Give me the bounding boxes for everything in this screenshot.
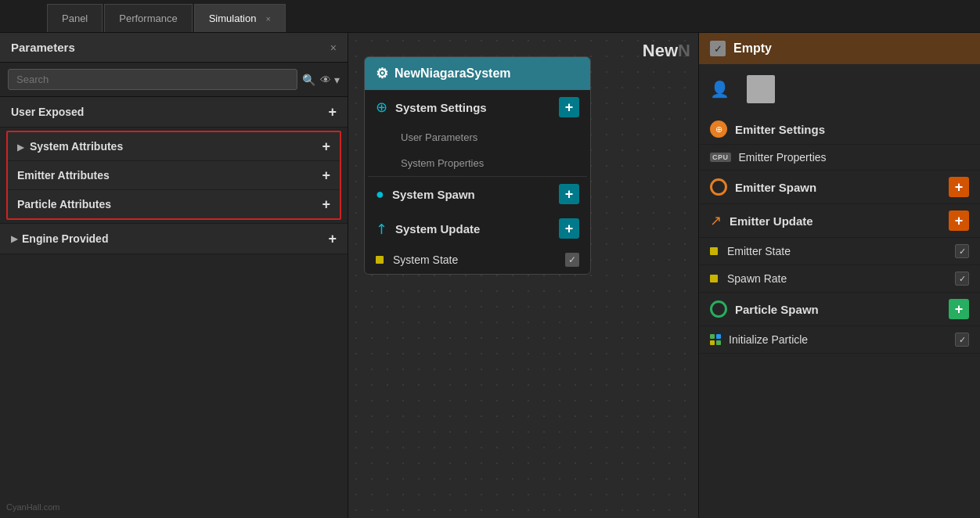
emitter-properties-item[interactable]: CPU Emitter Properties bbox=[699, 145, 980, 171]
system-state-item[interactable]: System State ✓ bbox=[365, 246, 590, 274]
emitter-spawn-add-button[interactable]: + bbox=[949, 177, 969, 197]
system-spawn-icon: ● bbox=[376, 186, 384, 203]
cpu-icon: CPU bbox=[710, 153, 731, 162]
emitter-attributes-add-button[interactable]: + bbox=[322, 168, 330, 182]
empty-checkbox[interactable]: ✓ bbox=[710, 41, 726, 56]
emitter-state-label: Emitter State bbox=[727, 245, 791, 257]
sidebar-title: Parameters bbox=[11, 41, 75, 54]
user-parameters-item[interactable]: User Parameters bbox=[365, 124, 590, 150]
emitter-attributes-label: Emitter Attributes bbox=[17, 169, 110, 182]
engine-provided-section: ▶ Engine Provided + bbox=[0, 224, 348, 254]
engine-provided-add-button[interactable]: + bbox=[328, 232, 337, 246]
right-panel: ✓ Empty 👤 ⊕ Emitter Settings CPU Emitter… bbox=[698, 33, 980, 518]
emitter-properties-label: Emitter Properties bbox=[739, 151, 827, 164]
system-settings-left: ⊕ System Settings bbox=[376, 99, 487, 116]
system-settings-icon: ⊕ bbox=[376, 99, 387, 116]
user-exposed-title: User Exposed bbox=[11, 106, 84, 118]
system-attributes-label: ▶ System Attributes bbox=[17, 140, 123, 153]
search-icon: 🔍 bbox=[302, 74, 315, 86]
avatar-row: 👤 bbox=[699, 64, 980, 114]
initialize-particle-icon bbox=[710, 334, 721, 345]
search-input[interactable] bbox=[8, 69, 297, 90]
emitter-settings-left: ⊕ Emitter Settings bbox=[710, 121, 969, 138]
right-panel-title: Empty bbox=[733, 41, 772, 56]
emitter-state-checkbox[interactable]: ✓ bbox=[955, 244, 969, 258]
attributes-group: ▶ System Attributes + Emitter Attributes… bbox=[6, 131, 341, 220]
particle-spawn-add-button[interactable]: + bbox=[949, 299, 969, 319]
system-update-icon: ↗ bbox=[371, 218, 391, 239]
system-state-left: System State bbox=[376, 254, 458, 266]
sidebar-close-button[interactable]: × bbox=[330, 41, 337, 54]
emitter-update-item[interactable]: ↗ Emitter Update + bbox=[699, 204, 980, 238]
initialize-particle-checkbox[interactable]: ✓ bbox=[955, 333, 969, 347]
watermark: CyanHall.com bbox=[6, 502, 59, 512]
emitter-settings-icon: ⊕ bbox=[710, 121, 727, 138]
system-spawn-left: ● System Spawn bbox=[376, 186, 475, 203]
system-state-dot bbox=[376, 256, 384, 264]
system-spawn-label: System Spawn bbox=[392, 188, 475, 201]
user-exposed-add-button[interactable]: + bbox=[328, 105, 337, 119]
emitter-update-label: Emitter Update bbox=[730, 214, 813, 228]
tab-simulation[interactable]: Simulation × bbox=[194, 4, 286, 32]
center-area: NewN ⚙ NewNiagaraSystem ⊕ System Setting… bbox=[348, 33, 698, 518]
parameters-sidebar: Parameters × 🔍 👁 ▾ User Exposed + ▶ bbox=[0, 33, 348, 518]
user-exposed-section: User Exposed + bbox=[0, 97, 348, 128]
tab-simulation-label: Simulation bbox=[209, 13, 257, 24]
eye-icon[interactable]: 👁 ▾ bbox=[320, 74, 340, 86]
emitter-state-item[interactable]: Emitter State ✓ bbox=[699, 238, 980, 265]
system-spawn-item[interactable]: ● System Spawn + bbox=[365, 177, 590, 211]
system-attributes-section: ▶ System Attributes + Emitter Attributes… bbox=[0, 128, 348, 224]
emitter-attributes-item[interactable]: Emitter Attributes + bbox=[8, 161, 340, 190]
emitter-settings-label: Emitter Settings bbox=[735, 123, 825, 136]
particle-spawn-label: Particle Spawn bbox=[735, 303, 819, 316]
emitter-state-dot bbox=[710, 247, 718, 255]
search-bar: 🔍 👁 ▾ bbox=[0, 63, 348, 97]
system-attributes-item[interactable]: ▶ System Attributes + bbox=[8, 132, 340, 161]
system-update-item[interactable]: ↗ System Update + bbox=[365, 211, 590, 246]
tab-performance-label: Performance bbox=[119, 13, 177, 24]
tab-panel[interactable]: Panel bbox=[47, 4, 103, 32]
emitter-update-add-button[interactable]: + bbox=[949, 210, 969, 231]
spawn-rate-checkbox[interactable]: ✓ bbox=[955, 272, 969, 286]
tab-close-icon[interactable]: × bbox=[265, 14, 270, 23]
system-properties-item[interactable]: System Properties bbox=[365, 150, 590, 176]
emitter-settings-item[interactable]: ⊕ Emitter Settings bbox=[699, 114, 980, 145]
system-state-checkbox[interactable]: ✓ bbox=[565, 253, 579, 267]
particle-spawn-item[interactable]: Particle Spawn + bbox=[699, 293, 980, 326]
emitter-state-left: Emitter State bbox=[710, 245, 947, 257]
right-panel-header: ✓ Empty bbox=[699, 33, 980, 64]
system-update-left: ↗ System Update bbox=[376, 220, 480, 237]
person-icon: 👤 bbox=[710, 80, 730, 99]
spawn-rate-dot bbox=[710, 275, 718, 282]
emitter-spawn-item[interactable]: Emitter Spawn + bbox=[699, 171, 980, 204]
avatar bbox=[747, 75, 775, 103]
sidebar-header: Parameters × bbox=[0, 33, 348, 63]
system-update-add-button[interactable]: + bbox=[559, 218, 579, 239]
niagara-card-title: NewNiagaraSystem bbox=[395, 67, 511, 81]
engine-provided-title: ▶ Engine Provided bbox=[11, 232, 108, 245]
niagara-card-header: ⚙ NewNiagaraSystem bbox=[365, 57, 590, 90]
engine-provided-arrow: ▶ bbox=[11, 234, 17, 244]
system-spawn-add-button[interactable]: + bbox=[559, 184, 579, 204]
system-attributes-arrow: ▶ bbox=[17, 142, 23, 152]
emitter-spawn-left: Emitter Spawn bbox=[710, 178, 941, 196]
user-parameters-label: User Parameters bbox=[401, 131, 477, 143]
particle-attributes-item[interactable]: Particle Attributes + bbox=[8, 190, 340, 218]
particle-spawn-left: Particle Spawn bbox=[710, 300, 941, 318]
spawn-rate-item[interactable]: Spawn Rate ✓ bbox=[699, 265, 980, 293]
main-content: Parameters × 🔍 👁 ▾ User Exposed + ▶ bbox=[0, 33, 980, 518]
initialize-particle-item[interactable]: Initialize Particle ✓ bbox=[699, 326, 980, 354]
engine-provided-header[interactable]: ▶ Engine Provided + bbox=[0, 224, 348, 254]
niagara-settings-icon: ⚙ bbox=[376, 65, 388, 82]
user-exposed-header[interactable]: User Exposed + bbox=[0, 97, 348, 127]
system-settings-item[interactable]: ⊕ System Settings + bbox=[365, 90, 590, 124]
particle-attributes-add-button[interactable]: + bbox=[322, 197, 330, 211]
emitter-spawn-icon bbox=[710, 178, 727, 196]
emitter-spawn-label: Emitter Spawn bbox=[735, 181, 816, 194]
spawn-rate-left: Spawn Rate bbox=[710, 272, 947, 285]
system-settings-add-button[interactable]: + bbox=[559, 97, 579, 117]
tab-performance[interactable]: Performance bbox=[104, 4, 192, 32]
emitter-properties-left: CPU Emitter Properties bbox=[710, 151, 969, 164]
system-attributes-add-button[interactable]: + bbox=[322, 139, 330, 153]
tab-panel-label: Panel bbox=[62, 13, 88, 24]
